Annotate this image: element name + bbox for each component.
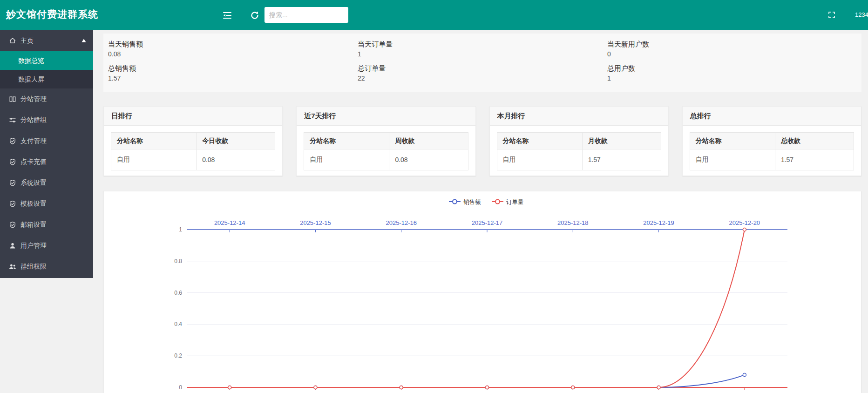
- sidebar-item-home[interactable]: 主页: [0, 30, 93, 51]
- chart-label: 0.4: [174, 321, 182, 327]
- stat-label: 总用户数: [607, 63, 857, 74]
- chart-label: 2025-12-14: [214, 219, 245, 226]
- chart-label: 2025-12-17: [472, 219, 503, 226]
- ranking-card-title: 总排行: [683, 107, 861, 126]
- chart-label: 2025-12-18: [557, 219, 589, 226]
- stat-total-orders: 总订单量 22: [358, 63, 607, 88]
- column-header: 今日收款: [197, 133, 275, 149]
- stat-label: 当天销售额: [108, 39, 358, 49]
- home-icon: [9, 37, 16, 44]
- chart-label: 0.2: [174, 352, 182, 359]
- top-header: 妙文馆付费进群系统 12345: [0, 0, 868, 30]
- stat-today-orders: 当天订单量 1: [358, 39, 607, 63]
- app-title: 妙文馆付费进群系统: [6, 8, 98, 21]
- cell-site-name: 自用: [304, 149, 389, 170]
- stat-label: 当天新用户数: [607, 39, 857, 49]
- chart-label: 2025-12-20: [729, 219, 760, 226]
- collapse-menu-icon[interactable]: [222, 10, 232, 20]
- table-row: 自用 1.57: [497, 149, 661, 170]
- header-username[interactable]: 12345: [855, 11, 868, 18]
- ranking-table: 分站名称 总收款 自用 1.57: [690, 132, 854, 170]
- ranking-table: 分站名称 周收款 自用 0.08: [304, 132, 468, 170]
- ranking-card-title: 近7天排行: [297, 107, 475, 126]
- stat-value: 1: [607, 74, 857, 83]
- ranking-card-title: 本月排行: [490, 107, 668, 126]
- stat-label: 总订单量: [358, 63, 607, 74]
- column-header: 周收款: [389, 133, 468, 149]
- column-header: 分站名称: [497, 133, 582, 149]
- stat-total-sales: 总销售额 1.57: [108, 63, 358, 88]
- table-row: 自用 0.08: [304, 149, 468, 170]
- svg-text:订单量: 订单量: [506, 199, 524, 205]
- chart-label: 2025-12-19: [643, 219, 674, 226]
- columns-icon: [9, 95, 16, 103]
- sidebar-item-payment-manage[interactable]: 支付管理: [0, 130, 93, 151]
- sidebar-item-card-recharge[interactable]: 点卡充值: [0, 151, 93, 172]
- ranking-table: 分站名称 今日收款 自用 0.08: [111, 132, 275, 170]
- sidebar-item-email-settings[interactable]: 邮箱设置: [0, 214, 93, 235]
- sidebar-item-data-overview[interactable]: 数据总览: [0, 51, 93, 70]
- sidebar-item-substation-groups[interactable]: 分站群组: [0, 109, 93, 130]
- user-icon: [9, 242, 16, 250]
- table-row: 自用 1.57: [690, 149, 854, 170]
- sidebar-item-system-settings[interactable]: 系统设置: [0, 172, 93, 193]
- sidebar-item-label: 分站管理: [20, 88, 47, 109]
- shield-check-icon: [9, 221, 16, 229]
- column-header: 分站名称: [111, 133, 197, 149]
- sidebar-item-label: 群组权限: [20, 256, 47, 277]
- legend-item-订单量[interactable]: 订单量: [492, 199, 524, 205]
- ranking-card-daily: 日排行 分站名称 今日收款 自用 0.08: [103, 106, 283, 176]
- cell-amount: 1.57: [775, 149, 854, 170]
- ranking-cards-row: 日排行 分站名称 今日收款 自用 0.08 近7天排行: [103, 106, 861, 176]
- sidebar: 主页 数据总览 数据大屏 分站管理 分站群组 支付管理: [0, 30, 93, 278]
- sliders-icon: [9, 116, 16, 124]
- sidebar-item-substation-manage[interactable]: 分站管理: [0, 88, 93, 109]
- ranking-card-month: 本月排行 分站名称 月收款 自用 1.57: [489, 106, 669, 176]
- main-content: 当天销售额 0.08 当天订单量 1 当天新用户数 0 总销售额 1.57 总订…: [93, 30, 868, 393]
- stat-value: 0: [607, 49, 857, 59]
- sidebar-item-label: 数据大屏: [18, 75, 44, 83]
- chart-label: 0.8: [174, 258, 182, 264]
- column-header: 总收款: [775, 133, 854, 149]
- chevron-up-icon: [81, 39, 86, 42]
- sidebar-item-label: 模板设置: [20, 193, 47, 214]
- cell-amount: 1.57: [582, 149, 661, 170]
- sidebar-item-label: 邮箱设置: [20, 214, 47, 235]
- stat-value: 22: [358, 74, 607, 83]
- chart-label: 2025-12-16: [386, 219, 417, 226]
- ranking-card-7days: 近7天排行 分站名称 周收款 自用 0.08: [296, 106, 475, 176]
- chart-label: 2025-12-15: [300, 219, 331, 226]
- cell-amount: 0.08: [389, 149, 468, 170]
- stat-today-sales: 当天销售额 0.08: [108, 39, 358, 63]
- fullscreen-icon[interactable]: [828, 11, 835, 19]
- sales-orders-chart[interactable]: 00.20.40.60.812025-12-142025-12-152025-1…: [104, 191, 862, 393]
- stat-label: 当天订单量: [358, 39, 607, 49]
- sidebar-item-group-permissions[interactable]: 群组权限: [0, 256, 93, 277]
- shield-check-icon: [9, 200, 16, 208]
- svg-text:销售额: 销售额: [463, 199, 481, 205]
- admin-dashboard: { "header": { "title": "妙文馆付费进群系统", "sea…: [0, 0, 868, 393]
- sidebar-item-label: 支付管理: [20, 130, 47, 151]
- trend-chart-card: 00.20.40.60.812025-12-142025-12-152025-1…: [103, 191, 861, 393]
- stat-value: 1: [358, 49, 607, 59]
- shield-check-icon: [9, 158, 16, 166]
- sidebar-item-data-bigscreen[interactable]: 数据大屏: [0, 70, 93, 88]
- chart-label: 1: [179, 226, 182, 233]
- search-input[interactable]: [264, 7, 348, 23]
- sidebar-item-label: 主页: [20, 30, 34, 51]
- cell-site-name: 自用: [111, 149, 197, 170]
- column-header: 分站名称: [690, 133, 775, 149]
- legend-item-销售额[interactable]: 销售额: [449, 199, 481, 205]
- ranking-card-title: 日排行: [104, 107, 282, 126]
- sidebar-item-user-manage[interactable]: 用户管理: [0, 235, 93, 256]
- shield-check-icon: [9, 179, 16, 187]
- stat-label: 总销售额: [108, 63, 358, 74]
- sidebar-item-label: 数据总览: [18, 57, 44, 64]
- sidebar-item-label: 分站群组: [20, 109, 47, 130]
- sidebar-item-label: 点卡充值: [20, 151, 47, 172]
- sidebar-item-template-settings[interactable]: 模板设置: [0, 193, 93, 214]
- stat-today-new-users: 当天新用户数 0: [607, 39, 857, 63]
- cell-site-name: 自用: [497, 149, 582, 170]
- stat-total-users: 总用户数 1: [607, 63, 857, 88]
- refresh-icon[interactable]: [250, 10, 260, 20]
